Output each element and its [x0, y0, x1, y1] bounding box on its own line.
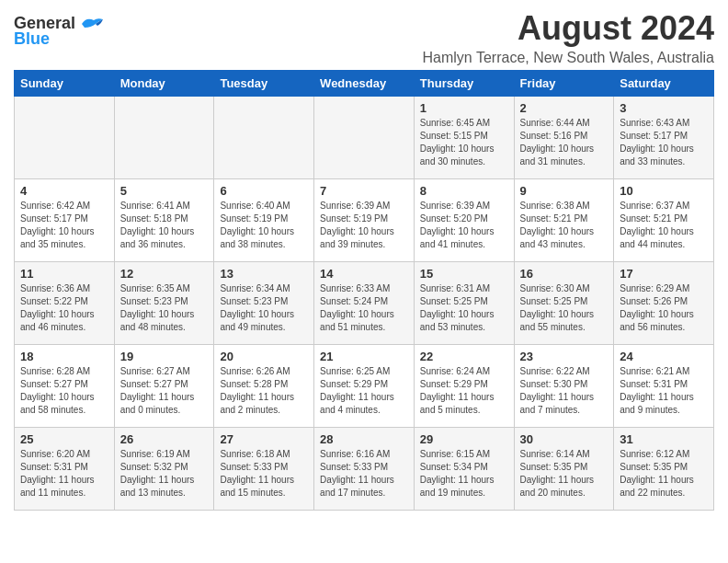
- day-number: 12: [120, 267, 209, 281]
- cell-info: Sunset: 5:16 PM: [520, 130, 609, 143]
- cell-info: Sunrise: 6:16 AM: [320, 448, 408, 461]
- day-number: 13: [220, 267, 308, 281]
- day-number: 27: [220, 432, 308, 446]
- day-number: 8: [420, 184, 508, 198]
- day-number: 23: [520, 350, 609, 363]
- day-number: 20: [220, 350, 308, 363]
- cell-info: and 35 minutes.: [20, 238, 108, 251]
- cell-info: Daylight: 11 hours: [320, 391, 408, 404]
- cell-info: and 41 minutes.: [420, 238, 508, 251]
- cell-info: Daylight: 10 hours: [620, 225, 708, 238]
- cell-info: Sunset: 5:19 PM: [320, 213, 408, 225]
- cell-info: and 48 minutes.: [120, 321, 209, 334]
- cell-info: Sunset: 5:17 PM: [620, 130, 708, 143]
- cell-info: Sunrise: 6:41 AM: [120, 200, 209, 213]
- cell-info: Sunrise: 6:15 AM: [420, 448, 508, 461]
- calendar-cell: 20Sunrise: 6:26 AMSunset: 5:28 PMDayligh…: [214, 345, 314, 428]
- cell-info: Sunrise: 6:38 AM: [520, 200, 609, 213]
- cell-info: Daylight: 10 hours: [620, 308, 708, 321]
- day-number: 16: [520, 267, 609, 281]
- day-number: 21: [320, 350, 408, 363]
- calendar-cell: [15, 97, 115, 179]
- cell-info: Sunset: 5:18 PM: [120, 213, 209, 225]
- cell-info: Sunset: 5:28 PM: [220, 378, 308, 391]
- calendar-week-4: 18Sunrise: 6:28 AMSunset: 5:27 PMDayligh…: [15, 345, 714, 428]
- calendar-week-2: 4Sunrise: 6:42 AMSunset: 5:17 PMDaylight…: [15, 179, 714, 262]
- cell-info: and 7 minutes.: [520, 404, 609, 417]
- calendar-cell: 1Sunrise: 6:45 AMSunset: 5:15 PMDaylight…: [414, 97, 514, 179]
- cell-info: Sunrise: 6:36 AM: [20, 282, 108, 295]
- cell-info: Sunset: 5:19 PM: [220, 213, 308, 225]
- logo: General Blue: [14, 9, 105, 49]
- day-number: 17: [620, 267, 708, 281]
- column-header-sunday: Sunday: [15, 71, 115, 97]
- calendar-cell: 30Sunrise: 6:14 AMSunset: 5:35 PMDayligh…: [514, 428, 614, 511]
- day-number: 18: [20, 350, 108, 363]
- cell-info: Sunset: 5:31 PM: [620, 378, 708, 391]
- column-header-thursday: Thursday: [414, 71, 514, 97]
- cell-info: Daylight: 11 hours: [220, 391, 308, 404]
- calendar-cell: 4Sunrise: 6:42 AMSunset: 5:17 PMDaylight…: [15, 179, 115, 262]
- cell-info: Sunset: 5:25 PM: [420, 295, 508, 308]
- column-header-saturday: Saturday: [614, 71, 714, 97]
- cell-info: and 46 minutes.: [20, 321, 108, 334]
- calendar-week-3: 11Sunrise: 6:36 AMSunset: 5:22 PMDayligh…: [15, 262, 714, 345]
- cell-info: and 30 minutes.: [420, 155, 508, 168]
- logo-blue: Blue: [14, 29, 50, 49]
- cell-info: Sunset: 5:21 PM: [520, 213, 609, 225]
- day-number: 10: [620, 184, 708, 198]
- cell-info: and 15 minutes.: [220, 487, 308, 500]
- cell-info: and 11 minutes.: [20, 487, 108, 500]
- cell-info: Sunrise: 6:34 AM: [220, 282, 308, 295]
- cell-info: Daylight: 10 hours: [20, 308, 108, 321]
- cell-info: Sunrise: 6:21 AM: [620, 365, 708, 378]
- day-number: 25: [20, 432, 108, 446]
- cell-info: Sunset: 5:27 PM: [20, 378, 108, 391]
- calendar-cell: 24Sunrise: 6:21 AMSunset: 5:31 PMDayligh…: [614, 345, 714, 428]
- cell-info: Daylight: 11 hours: [620, 391, 708, 404]
- cell-info: Daylight: 10 hours: [420, 308, 508, 321]
- cell-info: and 38 minutes.: [220, 238, 308, 251]
- cell-info: Daylight: 10 hours: [320, 308, 408, 321]
- calendar-cell: 12Sunrise: 6:35 AMSunset: 5:23 PMDayligh…: [114, 262, 214, 345]
- cell-info: Sunset: 5:23 PM: [120, 295, 209, 308]
- logo-bird-icon: [77, 15, 105, 33]
- cell-info: Sunrise: 6:39 AM: [420, 200, 508, 213]
- day-number: 3: [620, 101, 708, 115]
- calendar-week-1: 1Sunrise: 6:45 AMSunset: 5:15 PMDaylight…: [15, 97, 714, 179]
- cell-info: Sunrise: 6:31 AM: [420, 282, 508, 295]
- calendar-cell: 26Sunrise: 6:19 AMSunset: 5:32 PMDayligh…: [114, 428, 214, 511]
- day-number: 19: [120, 350, 209, 363]
- cell-info: Sunset: 5:29 PM: [320, 378, 408, 391]
- day-number: 31: [620, 432, 708, 446]
- calendar-cell: 25Sunrise: 6:20 AMSunset: 5:31 PMDayligh…: [15, 428, 115, 511]
- cell-info: Daylight: 10 hours: [320, 225, 408, 238]
- day-number: 2: [520, 101, 609, 115]
- cell-info: Daylight: 11 hours: [520, 391, 609, 404]
- cell-info: Sunrise: 6:45 AM: [420, 117, 508, 130]
- day-number: 28: [320, 432, 408, 446]
- cell-info: and 22 minutes.: [620, 487, 708, 500]
- calendar-cell: 19Sunrise: 6:27 AMSunset: 5:27 PMDayligh…: [114, 345, 214, 428]
- cell-info: Sunrise: 6:33 AM: [320, 282, 408, 295]
- calendar-cell: 9Sunrise: 6:38 AMSunset: 5:21 PMDaylight…: [514, 179, 614, 262]
- cell-info: Sunset: 5:27 PM: [120, 378, 209, 391]
- day-number: 15: [420, 267, 508, 281]
- cell-info: and 39 minutes.: [320, 238, 408, 251]
- calendar-cell: 8Sunrise: 6:39 AMSunset: 5:20 PMDaylight…: [414, 179, 514, 262]
- cell-info: Daylight: 10 hours: [420, 143, 508, 155]
- cell-info: Sunrise: 6:42 AM: [20, 200, 108, 213]
- cell-info: Sunset: 5:20 PM: [420, 213, 508, 225]
- cell-info: Daylight: 11 hours: [520, 474, 609, 487]
- day-number: 11: [20, 267, 108, 281]
- calendar-cell: 6Sunrise: 6:40 AMSunset: 5:19 PMDaylight…: [214, 179, 314, 262]
- cell-info: Sunrise: 6:24 AM: [420, 365, 508, 378]
- cell-info: Sunrise: 6:12 AM: [620, 448, 708, 461]
- cell-info: Daylight: 10 hours: [220, 225, 308, 238]
- cell-info: Daylight: 10 hours: [220, 308, 308, 321]
- cell-info: Daylight: 10 hours: [420, 225, 508, 238]
- title-area: August 2024 Hamlyn Terrace, New South Wa…: [105, 9, 714, 66]
- day-number: 1: [420, 101, 508, 115]
- calendar-cell: 21Sunrise: 6:25 AMSunset: 5:29 PMDayligh…: [314, 345, 415, 428]
- calendar-cell: 28Sunrise: 6:16 AMSunset: 5:33 PMDayligh…: [314, 428, 415, 511]
